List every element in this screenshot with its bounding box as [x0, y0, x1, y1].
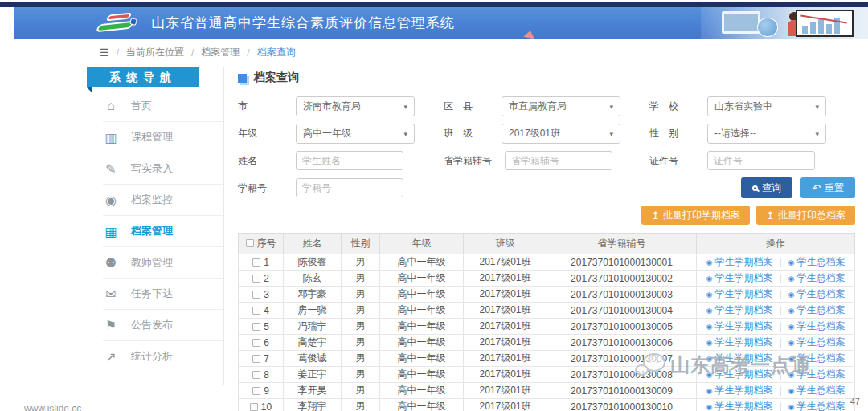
row-checkbox[interactable] [250, 403, 258, 411]
student-code-input[interactable] [296, 178, 403, 197]
select-all-checkbox[interactable] [246, 239, 254, 247]
district-select[interactable]: 市直属教育局▾ [502, 96, 620, 116]
student-code: 2017370101000130009 [547, 383, 697, 399]
sidebar-item-announce[interactable]: ⚑公告发布 [103, 310, 223, 341]
breadcrumb-current: 档案查询 [257, 46, 296, 59]
column-header: 年级 [380, 234, 464, 254]
sidebar-item-archive[interactable]: ▦档案管理 [103, 216, 223, 247]
view-semester-archive-link[interactable]: ◉学生学期档案 [706, 272, 773, 283]
sidebar-item-monitor[interactable]: ◉档案监控 [103, 185, 223, 216]
task-assign-icon: ✉ [103, 287, 119, 302]
archive-monitor-icon: ◉ [103, 193, 119, 208]
view-semester-archive-link[interactable]: ◉学生学期档案 [706, 304, 773, 315]
batch-print-total-button[interactable]: ↥ 批量打印总档案 [756, 206, 855, 225]
view-semester-archive-link[interactable]: ◉学生学期档案 [706, 352, 773, 364]
view-total-archive-link[interactable]: ◉学生总档案 [788, 401, 845, 411]
student-class: 2017级01班 [464, 287, 547, 303]
filter-label-name: 姓名 [238, 154, 296, 168]
view-total-archive-link[interactable]: ◉学生总档案 [788, 336, 845, 348]
view-semester-archive-link[interactable]: ◉学生学期档案 [706, 288, 773, 299]
app-title: 山东省普通高中学生综合素质评价信息管理系统 [151, 7, 455, 39]
row-checkbox[interactable] [252, 258, 260, 267]
view-semester-archive-link[interactable]: ◉学生学期档案 [706, 256, 773, 267]
sidebar-item-label: 写实录入 [131, 161, 173, 176]
sidebar-item-teacher[interactable]: ⚉教师管理 [103, 247, 223, 279]
view-semester-archive-link[interactable]: ◉学生学期档案 [706, 320, 773, 332]
row-checkbox[interactable] [252, 355, 260, 363]
eye-icon: ◉ [788, 258, 795, 267]
eye-icon: ◉ [706, 339, 713, 347]
row-checkbox[interactable] [252, 371, 260, 379]
view-total-archive-link[interactable]: ◉学生总档案 [788, 368, 845, 380]
view-semester-archive-link[interactable]: ◉学生学期档案 [706, 368, 773, 380]
view-total-archive-link[interactable]: ◉学生总档案 [788, 272, 845, 283]
row-checkbox[interactable] [252, 275, 260, 283]
student-grade: 高中一年级 [380, 351, 464, 367]
row-checkbox[interactable] [252, 291, 260, 299]
view-total-archive-link[interactable]: ◉学生总档案 [788, 304, 845, 315]
filter-label-province-code: 省学籍辅号 [444, 154, 505, 168]
view-total-archive-link[interactable]: ◉学生总档案 [788, 385, 845, 396]
breadcrumb-archive-management[interactable]: 档案管理 [201, 46, 240, 59]
column-header: 操作 [697, 234, 855, 254]
student-code: 2017370101000130006 [547, 335, 697, 351]
class-select[interactable]: 2017级01班▾ [502, 124, 620, 144]
id-card-input[interactable] [707, 151, 815, 170]
chevron-down-icon: ▾ [609, 130, 613, 138]
gender-select[interactable]: --请选择--▾ [707, 124, 826, 144]
home-icon: ⌂ [103, 99, 119, 113]
column-header: 班级 [464, 234, 547, 254]
student-code: 2017370101000130007 [547, 351, 697, 367]
view-total-archive-link[interactable]: ◉学生总档案 [788, 256, 845, 267]
view-total-archive-link[interactable]: ◉学生总档案 [788, 352, 845, 364]
student-grade: 高中一年级 [380, 303, 464, 319]
sidebar-item-stats[interactable]: ↗统计分析 [103, 341, 223, 372]
school-select[interactable]: 山东省实验中▾ [707, 96, 826, 116]
eye-icon: ◉ [706, 403, 713, 411]
globe-graphic [757, 18, 778, 37]
sidebar-item-home[interactable]: ⌂首页 [103, 91, 223, 122]
site-watermark: www.islide.cc [24, 403, 81, 411]
view-semester-archive-link[interactable]: ◉学生学期档案 [706, 336, 773, 348]
statistics-icon: ↗ [103, 349, 119, 364]
reset-button[interactable]: ↶ 重置 [800, 177, 855, 198]
eye-icon: ◉ [788, 307, 795, 315]
table-row: 3邓宇豪男高中一年级2017级01班2017370101000130003◉学生… [239, 287, 855, 303]
chevron-down-icon: ▾ [403, 103, 407, 111]
row-checkbox[interactable] [252, 323, 260, 331]
student-gender: 男 [342, 351, 380, 367]
row-checkbox[interactable] [252, 339, 260, 347]
print-icon: ↥ [766, 210, 775, 222]
student-name-input[interactable] [296, 151, 403, 170]
student-table: 序号姓名性别年级班级省学籍辅号操作 1陈俊睿男高中一年级2017级01班2017… [238, 233, 855, 411]
course-management-icon: ▥ [103, 130, 119, 145]
menu-icon[interactable]: ☰ [100, 47, 109, 59]
filter-label-district: 区 县 [444, 100, 502, 113]
filter-label-student-code: 学籍号 [238, 181, 296, 195]
grade-select[interactable]: 高中一年级▾ [296, 124, 415, 144]
view-total-archive-link[interactable]: ◉学生总档案 [788, 288, 845, 299]
sidebar-item-course[interactable]: ▥课程管理 [103, 122, 223, 153]
row-checkbox[interactable] [252, 307, 260, 315]
query-button[interactable]: 查询 [741, 177, 792, 198]
sidebar-item-label: 档案监控 [131, 193, 173, 207]
row-checkbox[interactable] [252, 387, 260, 395]
view-semester-archive-link[interactable]: ◉学生学期档案 [706, 385, 773, 396]
eye-icon: ◉ [706, 323, 713, 331]
student-name: 房一骁 [284, 303, 342, 319]
record-entry-icon: ✎ [103, 161, 119, 177]
batch-print-semester-button[interactable]: ↥ 批量打印学期档案 [641, 206, 750, 225]
student-class: 2017级01班 [464, 271, 547, 287]
view-semester-archive-link[interactable]: ◉学生学期档案 [706, 401, 773, 411]
sidebar-item-record[interactable]: ✎写实录入 [103, 153, 223, 185]
announcement-icon: ⚑ [103, 318, 119, 333]
province-code-input[interactable] [505, 151, 612, 170]
city-select[interactable]: 济南市教育局▾ [296, 96, 415, 116]
sidebar-title: 系统导航 [87, 67, 199, 87]
view-total-archive-link[interactable]: ◉学生总档案 [788, 320, 845, 332]
sidebar-item-label: 课程管理 [131, 130, 173, 144]
filter-label-city: 市 [238, 100, 296, 113]
chevron-down-icon: ▾ [815, 103, 819, 111]
sidebar-item-task[interactable]: ✉任务下达 [103, 279, 223, 310]
section-bullet-icon [238, 74, 247, 83]
